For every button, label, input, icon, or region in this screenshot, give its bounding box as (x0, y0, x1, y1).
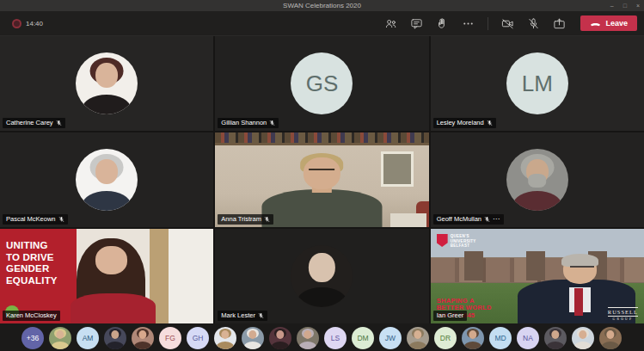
participant-name: Geoff McMullan (437, 216, 481, 223)
camera-off-icon[interactable] (501, 17, 514, 30)
video-tile-ian-greer[interactable]: QUEEN'S UNIVERSITY BELFAST SHAPING A BET… (431, 229, 644, 323)
queens-university-logo: QUEEN'S UNIVERSITY BELFAST (437, 234, 476, 249)
chat-icon[interactable] (410, 17, 423, 30)
filmstrip-avatar[interactable] (462, 327, 484, 349)
filmstrip-avatar[interactable] (242, 327, 264, 349)
filmstrip-avatar[interactable]: LS (324, 327, 347, 349)
minimize-button[interactable]: – (610, 3, 614, 9)
avatar-initials: JW (385, 334, 396, 342)
avatar-initials: GS (306, 71, 339, 97)
video-tile-lesley-moreland[interactable]: LM Lesley Moreland (431, 36, 644, 131)
participant-name: Lesley Moreland (437, 120, 484, 126)
profile-photo (291, 245, 353, 307)
mic-muted-icon (56, 120, 62, 126)
avatar: LM (431, 36, 644, 131)
filmstrip-avatar[interactable] (544, 327, 567, 349)
participant-name: Gillian Shannon (221, 120, 267, 126)
video-tile-catherine-carey[interactable]: Catherine Carey (0, 36, 213, 131)
filmstrip-avatar[interactable] (104, 327, 126, 349)
avatar-initials: GH (193, 334, 204, 342)
participant-name-tag: Ian Greer (433, 311, 468, 321)
avatar (0, 132, 213, 227)
filmstrip-avatar[interactable]: MD (489, 327, 512, 349)
filmstrip-avatar[interactable] (599, 327, 622, 349)
video-tile-gillian-shannon[interactable]: GS Gillian Shannon (215, 36, 428, 131)
filmstrip-avatar[interactable]: GH (187, 327, 209, 349)
window-titlebar: SWAN Celebrations 2020 – □ × (0, 0, 644, 11)
maximize-button[interactable]: □ (623, 3, 627, 9)
leave-label: Leave (605, 19, 628, 28)
avatar-initials: AM (83, 334, 94, 342)
live-video-university-backdrop: QUEEN'S UNIVERSITY BELFAST SHAPING A BET… (431, 229, 644, 323)
more-options-icon[interactable] (462, 17, 475, 30)
video-tile-pascal-mckeown[interactable]: Pascal McKeown (0, 132, 213, 227)
participant-name-tag: Gillian Shannon (218, 118, 279, 128)
participants-icon[interactable] (384, 17, 397, 30)
profile-photo (506, 149, 568, 211)
filmstrip: +36 AMFGGHLSDMJWDRMDNA (0, 323, 644, 351)
avatar-initials: DR (440, 334, 451, 342)
filmstrip-avatar[interactable]: DM (352, 327, 374, 349)
filmstrip-avatar[interactable] (132, 327, 154, 349)
participant-name: Ian Greer (437, 312, 464, 319)
share-screen-icon[interactable] (553, 17, 566, 30)
avatar-initials: LS (331, 334, 340, 342)
filmstrip-avatar[interactable]: AM (77, 327, 99, 349)
filmstrip-avatar[interactable]: JW (379, 327, 402, 349)
queens-shield-icon (437, 234, 448, 247)
filmstrip-avatar[interactable]: NA (517, 327, 539, 349)
live-video: UNITING TO DRIVE GENDER EQUALITY (0, 229, 213, 323)
leave-button[interactable]: Leave (580, 15, 637, 31)
video-tile-anna-tristram[interactable]: Anna Tristram (215, 132, 428, 227)
participant-name-tag: Karen McCloskey (3, 311, 60, 321)
filmstrip-avatar[interactable] (297, 327, 319, 349)
filmstrip-avatar[interactable] (214, 327, 236, 349)
participant-name-tag: Catherine Carey (3, 118, 65, 128)
initials-avatar: LM (506, 52, 568, 114)
avatar-initials: FG (165, 334, 175, 342)
raise-hand-icon[interactable] (436, 17, 449, 30)
mic-muted-icon (484, 216, 490, 223)
filmstrip-avatar[interactable]: FG (159, 327, 181, 349)
tile-more-options-icon[interactable]: ⋯ (493, 216, 500, 223)
filmstrip-avatar[interactable] (269, 327, 291, 349)
avatar: GS (215, 36, 428, 131)
mic-muted-icon[interactable] (527, 17, 540, 30)
video-tile-geoff-mcmullan[interactable]: Geoff McMullan ⋯ (431, 132, 644, 227)
video-tile-karen-mccloskey[interactable]: UNITING TO DRIVE GENDER EQUALITY Karen M… (0, 229, 213, 323)
mic-muted-icon (258, 312, 264, 319)
filmstrip-avatar[interactable] (49, 327, 71, 349)
window-controls: – □ × (610, 0, 640, 11)
participant-name-tag: Mark Lester (218, 311, 267, 321)
close-button[interactable]: × (636, 3, 640, 9)
initials-avatar: GS (291, 52, 353, 114)
filmstrip-avatar[interactable]: DR (434, 327, 457, 349)
participant-name: Karen McCloskey (6, 312, 57, 319)
record-dot-icon (12, 19, 21, 28)
avatar-initials: LM (522, 71, 553, 97)
filmstrip-avatar[interactable] (572, 327, 594, 349)
bookshelf (215, 132, 428, 143)
toolbar-divider (488, 17, 488, 30)
russell-group-watermark: RUSSELL GROUP (608, 307, 638, 321)
participant-name-tag: Pascal McKeown (3, 214, 68, 225)
meeting-timer: 14:40 (26, 20, 43, 28)
participant-name: Catherine Carey (6, 120, 53, 126)
participant-name-tag: Anna Tristram (218, 214, 273, 225)
overflow-count-badge[interactable]: +36 (21, 327, 44, 349)
avatar-initials: NA (523, 334, 533, 342)
participant-name: Pascal McKeown (6, 216, 56, 223)
meeting-toolbar: 14:40 (0, 11, 644, 36)
mic-muted-icon (487, 120, 493, 126)
hangup-phone-icon (590, 21, 601, 27)
video-tile-mark-lester[interactable]: Mark Lester (215, 229, 428, 323)
video-grid: Catherine Carey GS Gillian Shannon LM Le… (0, 36, 644, 323)
participant-name: Mark Lester (221, 312, 255, 319)
profile-photo (76, 52, 138, 114)
participant-name-tag: Geoff McMullan ⋯ (433, 214, 504, 225)
avatar (0, 36, 213, 131)
profile-photo (76, 149, 138, 211)
picture-frame (381, 151, 414, 187)
recording-indicator: 14:40 (12, 19, 43, 28)
filmstrip-avatar[interactable] (407, 327, 429, 349)
